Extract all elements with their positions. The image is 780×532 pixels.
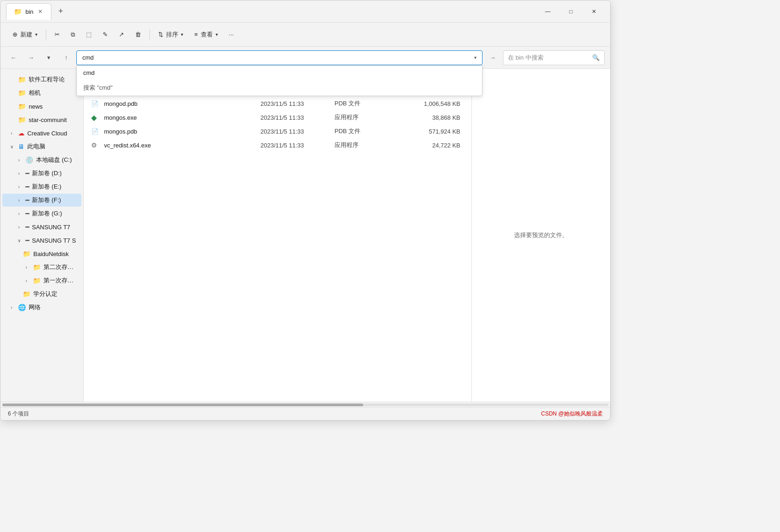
sort-dropdown-icon: ▾	[181, 32, 183, 37]
expand-icon: ›	[15, 210, 23, 217]
sort-button[interactable]: ⇅ 排序 ▾	[154, 26, 188, 43]
toolbar: ⊕ 新建 ▾ ✂ ⧉ ⬚ ✎ ↗ 🗑 ⇅ 排序 ▾ ≡ 查看	[0, 23, 610, 47]
content-area: 📁 软件工程导论 📁 相机 📁 news 📁 star-communit ›	[0, 69, 610, 402]
new-icon: ⊕	[12, 31, 18, 38]
address-input[interactable]	[76, 50, 483, 65]
expand-icon: ›	[15, 156, 23, 164]
new-button[interactable]: ⊕ 新建 ▾	[8, 26, 42, 43]
file-row-mongod-pdb[interactable]: 📄 mongod.pdb 2023/11/5 11:33 PDB 文件 1,00…	[84, 97, 471, 110]
active-tab[interactable]: 📁 bin ✕	[6, 3, 51, 20]
file-row-mongos-pdb[interactable]: 📄 mongos.pdb 2023/11/5 11:33 PDB 文件 571,…	[84, 124, 471, 138]
up-button[interactable]: ↑	[59, 50, 74, 65]
forward-button[interactable]: →	[24, 50, 38, 65]
sidebar-item-creative-cloud[interactable]: › ☁ Creative Cloud	[2, 127, 81, 140]
copy-button[interactable]: ⧉	[66, 26, 80, 43]
expand-icon: ›	[23, 277, 30, 284]
file-row-vc-redist[interactable]: ⚙ vc_redist.x64.exe 2023/11/5 11:33 应用程序…	[84, 138, 471, 152]
file-size: 38,868 KB	[409, 114, 464, 121]
statusbar: 6 个项目 CSDN @她似晚风般温柔	[0, 407, 610, 420]
expand-icon	[8, 76, 15, 83]
file-explorer-window: 📁 bin ✕ + — □ ✕ ⊕ 新建 ▾ ✂ ⧉ ⬚ ✎	[0, 0, 611, 421]
sidebar-label: 网络	[29, 303, 78, 312]
file-date: 2023/11/5 11:33	[260, 100, 334, 107]
sidebar-item-network[interactable]: › 🌐 网络	[2, 301, 81, 314]
sidebar-item-second[interactable]: › 📁 第二次存档20	[2, 261, 81, 274]
sidebar-label: SANSUNG T7 S	[32, 237, 78, 244]
back-button[interactable]: ←	[6, 50, 21, 65]
rename-icon: ✎	[103, 31, 108, 38]
sidebar-label: 此电脑	[27, 142, 78, 151]
expand-icon: ›	[15, 196, 23, 204]
sidebar-item-software[interactable]: 📁 软件工程导论	[2, 73, 81, 86]
search-box[interactable]: 在 bin 中搜索 🔍	[503, 50, 605, 65]
view-label: 查看	[201, 31, 213, 39]
sidebar-label: news	[29, 103, 78, 110]
file-row-mongos-exe[interactable]: ◆ mongos.exe 2023/11/5 11:33 应用程序 38,868…	[84, 110, 471, 124]
new-tab-button[interactable]: +	[53, 4, 68, 19]
addressbar: ← → ▾ ↑ ▾ cmd 搜索 "cmd" → 在 bin 中搜索 🔍	[0, 47, 610, 69]
sidebar-label: BaiduNetdisk	[33, 251, 78, 257]
address-dropdown-button[interactable]: ▾	[470, 52, 481, 63]
sidebar-item-star[interactable]: 📁 star-communit	[2, 113, 81, 126]
pc-icon: 🖥	[18, 143, 25, 150]
sidebar-item-baidunetdisk[interactable]: 📁 BaiduNetdisk	[2, 247, 81, 260]
drive-icon: ━	[25, 223, 29, 231]
sidebar-item-xuefen[interactable]: 📁 学分认定	[2, 287, 81, 300]
recent-button[interactable]: ▾	[41, 50, 56, 65]
file-date: 2023/11/5 11:33	[260, 114, 334, 121]
paste-icon: ⬚	[86, 31, 92, 38]
rename-button[interactable]: ✎	[98, 26, 112, 43]
new-dropdown-icon: ▾	[35, 32, 37, 37]
share-button[interactable]: ↗	[114, 26, 129, 43]
file-type: PDB 文件	[334, 99, 409, 108]
autocomplete-dropdown: cmd 搜索 "cmd"	[76, 65, 483, 96]
more-button[interactable]: ···	[224, 26, 239, 43]
sidebar-item-samsung-t7s[interactable]: ∨ ━ SANSUNG T7 S	[2, 234, 81, 247]
sidebar-label: 相机	[29, 89, 78, 97]
cut-icon: ✂	[55, 31, 60, 38]
paste-button[interactable]: ⬚	[81, 26, 96, 43]
go-button[interactable]: →	[485, 50, 500, 65]
folder-icon: 📁	[18, 116, 26, 123]
copy-icon: ⧉	[71, 31, 75, 38]
vc-icon: ⚙	[91, 141, 97, 149]
sidebar-item-c[interactable]: › 💿 本地磁盘 (C:)	[2, 153, 81, 166]
sidebar-item-samsung-t7[interactable]: › ━ SANSUNG T7	[2, 220, 81, 233]
preview-text: 选择要预览的文件。	[514, 231, 568, 239]
window-controls: — □ ✕	[537, 4, 605, 19]
tab-folder-icon: 📁	[14, 8, 22, 15]
autocomplete-item-cmd[interactable]: cmd	[77, 66, 482, 80]
sidebar-item-e[interactable]: › ━ 新加卷 (E:)	[2, 180, 81, 193]
sidebar-item-camera[interactable]: 📁 相机	[2, 86, 81, 99]
file-type: 应用程序	[334, 141, 409, 149]
drive-icon: ━	[25, 183, 29, 190]
expand-icon: ∨	[8, 143, 15, 150]
scrollbar-track[interactable]	[2, 404, 608, 406]
folder-icon: 📁	[23, 290, 31, 298]
sidebar-item-first[interactable]: › 📁 第一次存档20	[2, 274, 81, 287]
delete-button[interactable]: 🗑	[130, 26, 146, 43]
delete-icon: 🗑	[135, 31, 141, 38]
sidebar-item-thispc[interactable]: ∨ 🖥 此电脑	[2, 140, 81, 153]
view-button[interactable]: ≡ 查看 ▾	[190, 26, 223, 43]
close-button[interactable]: ✕	[583, 4, 605, 19]
maximize-button[interactable]: □	[560, 4, 582, 19]
cc-icon: ☁	[18, 129, 25, 137]
scrollbar-thumb[interactable]	[2, 404, 363, 406]
sidebar-item-news[interactable]: 📁 news	[2, 100, 81, 113]
sidebar-label: 第一次存档20	[43, 276, 78, 285]
item-count: 6 个项目	[8, 410, 29, 418]
sidebar-item-f[interactable]: › ━ 新加卷 (F:)	[2, 194, 81, 207]
file-name: mongos.pdb	[104, 128, 137, 135]
minimize-button[interactable]: —	[537, 4, 558, 19]
sidebar-label: 本地磁盘 (C:)	[36, 156, 78, 164]
autocomplete-item-search[interactable]: 搜索 "cmd"	[77, 80, 482, 96]
sidebar-item-d[interactable]: › ━ 新加卷 (D:)	[2, 167, 81, 180]
tab-close-button[interactable]: ✕	[37, 7, 43, 16]
file-size: 571,924 KB	[409, 128, 464, 135]
view-dropdown-icon: ▾	[216, 32, 218, 37]
sidebar-item-g[interactable]: › ━ 新加卷 (G:)	[2, 207, 81, 220]
file-name: mongos.exe	[104, 114, 137, 121]
cut-button[interactable]: ✂	[50, 26, 64, 43]
expand-icon: ›	[15, 183, 23, 190]
